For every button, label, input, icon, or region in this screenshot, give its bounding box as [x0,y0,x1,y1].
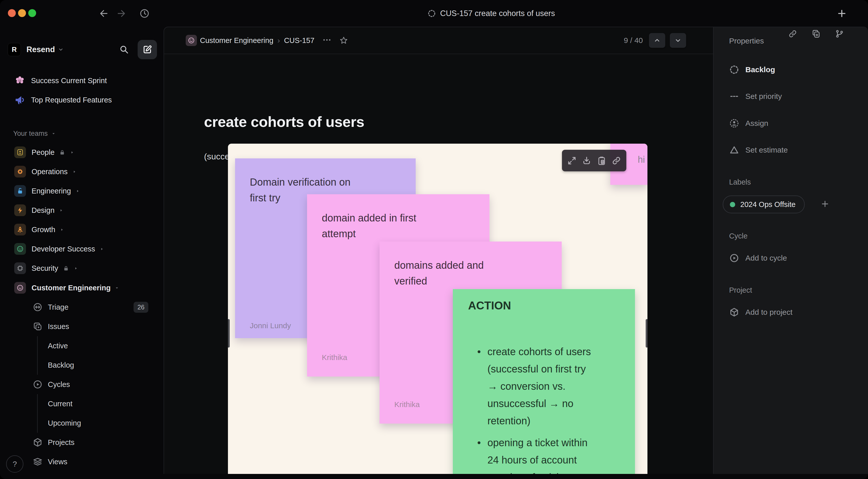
team-label: Operations [32,167,68,176]
team-label: People [32,148,55,157]
priority-row[interactable]: Set priority [729,87,782,106]
new-tab-plus-icon[interactable] [836,8,847,19]
favorite-star-icon[interactable] [339,36,348,45]
sidebar-item-current[interactable]: Current [8,394,157,413]
add-to-project-label: Add to project [745,308,793,317]
main-panel: Customer Engineering › CUS-157 9 / 40 cr… [163,27,868,474]
sidebar-item-views[interactable]: Views [8,452,157,471]
status-label: Backlog [745,65,775,74]
cube-icon [33,437,43,447]
sticky-note-author-fragment: hi [638,154,645,165]
add-to-project-row[interactable]: Add to project [729,302,793,322]
labels-section-header: Labels [729,178,751,186]
sidebar-item-active[interactable]: Active [8,336,157,355]
breadcrumb-issue-id[interactable]: CUS-157 [284,36,314,45]
priority-label: Set priority [745,92,782,101]
your-teams-header[interactable]: Your teams [13,127,56,139]
help-button[interactable]: ? [6,455,23,473]
copy-link-icon[interactable] [788,29,797,38]
sidebar-item-upcoming[interactable]: Upcoming [8,413,157,433]
download-image-icon[interactable] [582,156,591,165]
copy-link-icon[interactable] [612,156,621,165]
assign-row[interactable]: Assign [729,114,768,133]
sidebar-team-item[interactable]: Engineering [8,181,157,201]
issue-pager: 9 / 40 [624,27,686,54]
git-branch-icon[interactable] [835,29,844,38]
image-resize-handle-right[interactable] [646,319,647,348]
sidebar-item-issues[interactable]: Issues [8,317,157,336]
assign-label: Assign [745,119,768,128]
sidebar-team-item[interactable]: Developer Success [8,239,157,259]
sidebar-favorite-item[interactable]: Success Current Sprint [8,73,157,90]
copy-id-icon[interactable] [811,29,821,38]
estimate-icon [729,145,739,155]
estimate-label: Set estimate [745,146,788,154]
copy-image-icon[interactable] [597,156,607,165]
sidebar-item-cycles[interactable]: Cycles [8,375,157,394]
add-label-plus-icon[interactable] [820,199,830,209]
sidebar-favorite-item[interactable]: Top Requested Features [8,90,157,109]
expand-image-icon[interactable] [567,156,577,165]
sidebar-team-item[interactable]: Growth [8,220,157,239]
cycle-section-header: Cycle [729,232,748,240]
sidebar-item-projects[interactable]: Projects [8,433,157,452]
sidebar-team-item[interactable]: Design [8,201,157,220]
sidebar-item-label: Issues [48,322,69,331]
sidebar-team-item[interactable]: People [8,142,157,162]
chevron-right-icon[interactable] [74,266,78,270]
next-issue-button[interactable] [670,33,686,48]
megaphone-icon [14,94,25,105]
estimate-row[interactable]: Set estimate [729,140,788,160]
image-resize-handle-left[interactable] [228,319,230,348]
chevron-right-icon[interactable] [60,228,64,232]
chevron-right-icon[interactable] [72,169,76,174]
close-window-button[interactable] [8,9,16,17]
minimize-window-button[interactable] [18,9,26,17]
flower-icon [14,75,25,86]
more-actions-icon[interactable] [322,35,332,46]
sticky-note-text: domain added in first attempt [322,210,416,242]
workspace-switcher[interactable]: R Resend [8,39,157,60]
attached-image[interactable]: Domain verification on first try Jonni L… [228,143,647,474]
sidebar-item-backlog[interactable]: Backlog [8,355,157,375]
smiley-icon [14,282,26,294]
issue-title[interactable]: create cohorts of users [204,113,364,130]
forward-icon[interactable] [116,8,126,19]
label-pill[interactable]: 2024 Ops Offsite [723,195,805,213]
sidebar-item-triage[interactable]: Triage26 [8,297,157,317]
chip-icon [14,262,26,274]
back-icon[interactable] [99,8,109,19]
sidebar-item-label: Active [48,342,68,350]
backlog-status-icon [729,65,739,75]
sticky-note-bullets: create cohorts of users (successful on f… [477,343,620,474]
label-color-dot [730,202,735,207]
bullet-item: create cohorts of users (successful on f… [477,343,620,429]
sticky-note-author: Krithika [322,353,347,362]
team-avatar [186,35,197,46]
status-row[interactable]: Backlog [729,60,775,79]
team-label: Growth [32,225,55,234]
chevron-right-icon[interactable] [100,247,104,251]
chevron-right-icon[interactable] [70,150,74,155]
history-clock-icon[interactable] [140,8,150,19]
chevron-right-icon[interactable] [75,189,80,193]
issues-icon [33,321,43,331]
search-icon[interactable] [119,45,129,55]
breadcrumb-team[interactable]: Customer Engineering [200,36,274,45]
label-text: 2024 Ops Offsite [740,200,796,209]
zoom-window-button[interactable] [28,9,36,17]
favorite-label: Top Requested Features [31,96,112,104]
project-cube-icon [729,307,739,317]
chevron-right-icon[interactable] [59,208,63,213]
properties-panel: Properties Backlog Set priority Assign [713,27,868,474]
sidebar-item-label: Projects [48,438,74,447]
cycle-icon [33,379,43,389]
add-to-cycle-row[interactable]: Add to cycle [729,248,787,268]
sidebar-team-item[interactable]: Security [8,259,157,278]
new-issue-button[interactable] [137,40,157,59]
sidebar-team-item[interactable]: Operations [8,162,157,181]
sidebar-item-label: Cycles [48,380,70,389]
previous-issue-button[interactable] [649,33,665,48]
star-face-icon [14,243,26,255]
sidebar-team-item-expanded[interactable]: Customer Engineering [8,278,157,297]
